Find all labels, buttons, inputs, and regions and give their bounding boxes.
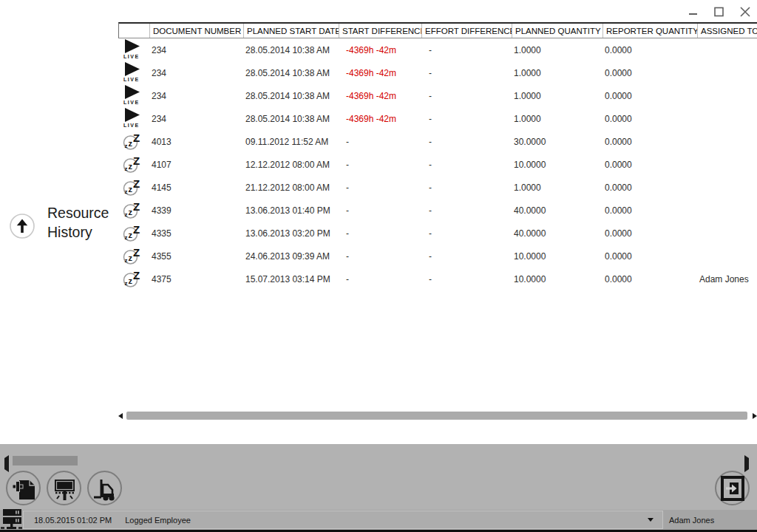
cell-document-number: 4339 (149, 205, 242, 216)
cell-start-difference: - (338, 137, 421, 147)
svg-text:z: z (125, 211, 128, 217)
cell-planned-start-date: 21.12.2012 08:00 AM (242, 183, 338, 193)
column-header-planned-start-date[interactable]: PLANNED START DATE (243, 24, 339, 38)
cell-start-difference: - (338, 274, 421, 284)
cell-document-number: 234 (149, 114, 242, 124)
back-button[interactable] (9, 213, 35, 239)
cell-reporter-quantity: 0.0000 (602, 68, 696, 78)
svg-text:Z: Z (133, 246, 140, 259)
cell-planned-quantity: 40.0000 (511, 205, 602, 216)
cell-planned-start-date: 28.05.2014 10:38 AM (242, 114, 338, 124)
table-row[interactable]: LIVE 234 28.05.2014 10:38 AM -4369h -42m… (118, 61, 757, 84)
session-combobox[interactable]: 18.05.2015 01:02 PM Logged Employee (23, 511, 663, 529)
right-arrow-icon (744, 455, 749, 472)
machine-panel-button[interactable] (47, 471, 81, 505)
column-header-document-number[interactable]: DOCUMENT NUMBER (149, 24, 243, 38)
svg-text:z: z (129, 207, 133, 216)
maximize-button[interactable] (710, 4, 728, 20)
sleep-icon: z z Z (122, 222, 143, 245)
combobox-dropdown-icon[interactable] (648, 518, 654, 522)
svg-text:z: z (125, 142, 128, 149)
cell-effort-difference: - (421, 183, 511, 193)
svg-text:z: z (125, 279, 128, 286)
sleep-icon: z z Z (122, 245, 143, 267)
new-document-button[interactable] (6, 471, 41, 505)
cell-document-number: 234 (149, 45, 242, 55)
cell-start-difference: -4369h -42m (338, 45, 421, 55)
cell-planned-start-date: 12.12.2012 08:00 AM (242, 160, 338, 170)
cell-document-number: 4355 (149, 251, 242, 262)
forklift-button[interactable] (87, 471, 122, 505)
svg-text:z: z (129, 230, 133, 239)
table-row[interactable]: z z Z 4339 13.06.2013 01:40 PM - - 40.00… (118, 199, 757, 222)
cell-start-difference: - (338, 160, 421, 170)
cell-planned-quantity: 1.0000 (511, 45, 602, 55)
live-icon: LIVE (122, 85, 143, 106)
svg-text:Z: Z (133, 223, 140, 236)
exit-icon (721, 476, 744, 501)
cell-reporter-quantity: 0.0000 (602, 228, 696, 239)
row-state-cell: z z Z (118, 154, 149, 176)
column-header-assigned-to[interactable]: ASSIGNED TO (697, 24, 757, 38)
cell-reporter-quantity: 0.0000 (602, 160, 696, 170)
maximize-icon (714, 7, 724, 17)
column-header-effort-difference[interactable]: EFFORT DIFFERENCE (421, 24, 512, 38)
exit-button[interactable] (715, 471, 750, 505)
table-row[interactable]: z z Z 4107 12.12.2012 08:00 AM - - 10.00… (118, 153, 757, 176)
table-row[interactable]: z z Z 4335 13.06.2013 03:20 PM - - 40.00… (118, 222, 757, 245)
grid-horizontal-scrollbar[interactable] (118, 409, 757, 422)
sleep-icon: z z Z (122, 154, 143, 176)
sleep-icon: z z Z (122, 131, 143, 153)
svg-text:Z: Z (133, 132, 140, 144)
table-row[interactable]: z z Z 4145 21.12.2012 08:00 AM - - 1.000… (118, 176, 757, 199)
table-row[interactable]: z z Z 4013 09.11.2012 11:52 AM - - 30.00… (118, 130, 757, 153)
cell-effort-difference: - (421, 160, 511, 170)
column-header-start-difference[interactable]: START DIFFERENCE (339, 24, 421, 38)
table-row[interactable]: LIVE 234 28.05.2014 10:38 AM -4369h -42m… (118, 38, 757, 61)
table-row[interactable]: LIVE 234 28.05.2014 10:38 AM -4369h -42m… (118, 107, 757, 130)
column-header-state[interactable] (119, 24, 149, 38)
toolbar-scrollbar-thumb[interactable] (13, 456, 78, 466)
close-icon (740, 7, 750, 17)
row-state-cell: LIVE (118, 62, 149, 83)
column-header-reporter-quantity[interactable]: REPORTER QUANTITY (602, 24, 697, 38)
toolbar-scroll-left-button[interactable] (4, 458, 9, 469)
live-icon: LIVE (122, 62, 143, 83)
server-network-icon (1, 508, 24, 532)
scrollbar-thumb[interactable] (126, 412, 747, 420)
cell-start-difference: -4369h -42m (338, 91, 421, 101)
cell-planned-start-date: 24.06.2013 09:39 AM (242, 251, 338, 262)
cell-effort-difference: - (421, 68, 511, 78)
column-header-planned-quantity[interactable]: PLANNED QUANTITY (512, 24, 602, 38)
table-row[interactable]: z z Z 4375 15.07.2013 03:14 PM - - 10.00… (118, 267, 757, 290)
status-session-label: Logged Employee (125, 516, 191, 525)
grid-header-row: DOCUMENT NUMBER PLANNED START DATE START… (118, 22, 757, 38)
window-controls (685, 4, 754, 20)
up-arrow-circle-icon (9, 213, 35, 239)
svg-text:Z: Z (133, 200, 140, 213)
page-title-line2: History (47, 224, 92, 240)
svg-text:Z: Z (133, 269, 140, 282)
cell-document-number: 234 (149, 91, 242, 101)
cell-reporter-quantity: 0.0000 (602, 91, 696, 101)
scroll-right-arrow-icon[interactable] (753, 413, 757, 419)
sleep-icon: z z Z (122, 200, 143, 222)
minimize-button[interactable] (685, 4, 702, 20)
cell-planned-start-date: 28.05.2014 10:38 AM (242, 68, 338, 78)
row-state-cell: z z Z (118, 200, 149, 222)
table-row[interactable]: z z Z 4355 24.06.2013 09:39 AM - - 10.00… (118, 245, 757, 267)
row-state-cell: z z Z (118, 268, 149, 290)
status-user: Adam Jones (669, 510, 714, 530)
scrollbar-track[interactable] (126, 411, 750, 420)
svg-text:Z: Z (133, 154, 140, 167)
cell-planned-start-date: 09.11.2012 11:52 AM (242, 137, 338, 147)
scroll-left-arrow-icon[interactable] (118, 413, 123, 419)
cell-effort-difference: - (421, 45, 511, 55)
table-row[interactable]: LIVE 234 28.05.2014 10:38 AM -4369h -42m… (118, 84, 757, 107)
svg-text:LIVE: LIVE (123, 100, 140, 105)
close-button[interactable] (736, 4, 754, 20)
resource-history-grid: DOCUMENT NUMBER PLANNED START DATE START… (118, 22, 757, 290)
grid-body: LIVE 234 28.05.2014 10:38 AM -4369h -42m… (118, 38, 757, 290)
sleep-icon: z z Z (122, 177, 143, 199)
toolbar-scroll-right-button[interactable] (744, 458, 749, 469)
